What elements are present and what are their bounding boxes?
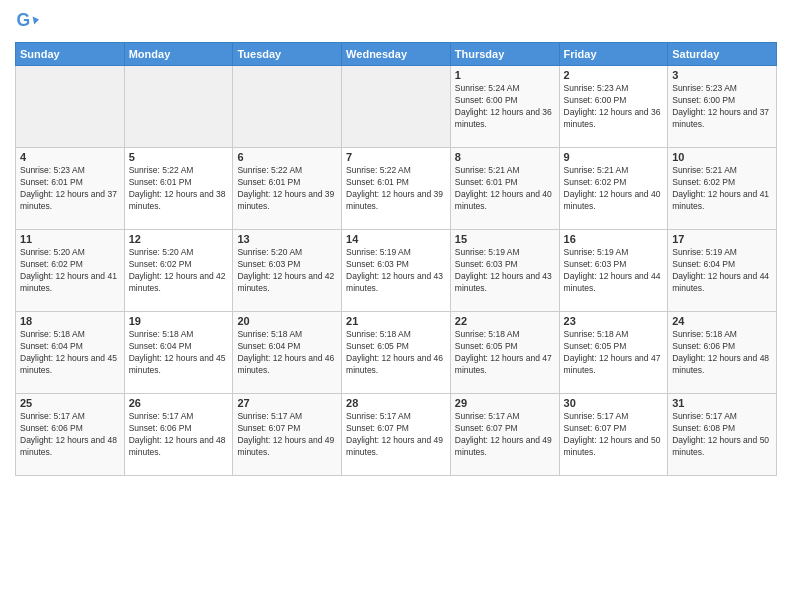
calendar-cell: 1Sunrise: 5:24 AMSunset: 6:00 PMDaylight… [450, 66, 559, 148]
day-info: Sunrise: 5:23 AMSunset: 6:01 PMDaylight:… [20, 165, 120, 213]
day-info: Sunrise: 5:21 AMSunset: 6:01 PMDaylight:… [455, 165, 555, 213]
day-number: 28 [346, 397, 446, 409]
day-number: 10 [672, 151, 772, 163]
day-number: 9 [564, 151, 664, 163]
day-info: Sunrise: 5:18 AMSunset: 6:05 PMDaylight:… [564, 329, 664, 377]
calendar-cell: 4Sunrise: 5:23 AMSunset: 6:01 PMDaylight… [16, 148, 125, 230]
day-number: 25 [20, 397, 120, 409]
calendar-cell: 30Sunrise: 5:17 AMSunset: 6:07 PMDayligh… [559, 394, 668, 476]
weekday-header: Saturday [668, 43, 777, 66]
day-number: 24 [672, 315, 772, 327]
day-number: 30 [564, 397, 664, 409]
calendar-cell: 8Sunrise: 5:21 AMSunset: 6:01 PMDaylight… [450, 148, 559, 230]
day-info: Sunrise: 5:19 AMSunset: 6:03 PMDaylight:… [346, 247, 446, 295]
day-number: 5 [129, 151, 229, 163]
calendar-header-row: SundayMondayTuesdayWednesdayThursdayFrid… [16, 43, 777, 66]
day-info: Sunrise: 5:23 AMSunset: 6:00 PMDaylight:… [672, 83, 772, 131]
calendar-cell [124, 66, 233, 148]
day-number: 7 [346, 151, 446, 163]
calendar-cell [16, 66, 125, 148]
calendar-cell: 22Sunrise: 5:18 AMSunset: 6:05 PMDayligh… [450, 312, 559, 394]
day-number: 11 [20, 233, 120, 245]
day-info: Sunrise: 5:17 AMSunset: 6:06 PMDaylight:… [20, 411, 120, 459]
day-number: 15 [455, 233, 555, 245]
logo: G [15, 10, 43, 34]
weekday-header: Thursday [450, 43, 559, 66]
calendar-table: SundayMondayTuesdayWednesdayThursdayFrid… [15, 42, 777, 476]
calendar-cell: 20Sunrise: 5:18 AMSunset: 6:04 PMDayligh… [233, 312, 342, 394]
day-number: 16 [564, 233, 664, 245]
calendar-cell: 31Sunrise: 5:17 AMSunset: 6:08 PMDayligh… [668, 394, 777, 476]
day-number: 4 [20, 151, 120, 163]
calendar-cell: 27Sunrise: 5:17 AMSunset: 6:07 PMDayligh… [233, 394, 342, 476]
calendar-cell: 2Sunrise: 5:23 AMSunset: 6:00 PMDaylight… [559, 66, 668, 148]
day-info: Sunrise: 5:22 AMSunset: 6:01 PMDaylight:… [346, 165, 446, 213]
calendar-week-row: 11Sunrise: 5:20 AMSunset: 6:02 PMDayligh… [16, 230, 777, 312]
day-info: Sunrise: 5:17 AMSunset: 6:08 PMDaylight:… [672, 411, 772, 459]
day-info: Sunrise: 5:18 AMSunset: 6:04 PMDaylight:… [20, 329, 120, 377]
calendar-cell: 17Sunrise: 5:19 AMSunset: 6:04 PMDayligh… [668, 230, 777, 312]
calendar-cell: 7Sunrise: 5:22 AMSunset: 6:01 PMDaylight… [342, 148, 451, 230]
calendar-week-row: 18Sunrise: 5:18 AMSunset: 6:04 PMDayligh… [16, 312, 777, 394]
day-info: Sunrise: 5:19 AMSunset: 6:04 PMDaylight:… [672, 247, 772, 295]
calendar-cell: 28Sunrise: 5:17 AMSunset: 6:07 PMDayligh… [342, 394, 451, 476]
calendar-cell [342, 66, 451, 148]
calendar-cell: 19Sunrise: 5:18 AMSunset: 6:04 PMDayligh… [124, 312, 233, 394]
day-number: 1 [455, 69, 555, 81]
calendar-cell: 25Sunrise: 5:17 AMSunset: 6:06 PMDayligh… [16, 394, 125, 476]
day-number: 21 [346, 315, 446, 327]
calendar-cell: 3Sunrise: 5:23 AMSunset: 6:00 PMDaylight… [668, 66, 777, 148]
calendar-week-row: 4Sunrise: 5:23 AMSunset: 6:01 PMDaylight… [16, 148, 777, 230]
calendar-cell: 18Sunrise: 5:18 AMSunset: 6:04 PMDayligh… [16, 312, 125, 394]
day-number: 23 [564, 315, 664, 327]
calendar-cell: 10Sunrise: 5:21 AMSunset: 6:02 PMDayligh… [668, 148, 777, 230]
day-info: Sunrise: 5:17 AMSunset: 6:07 PMDaylight:… [346, 411, 446, 459]
day-number: 2 [564, 69, 664, 81]
day-info: Sunrise: 5:19 AMSunset: 6:03 PMDaylight:… [564, 247, 664, 295]
calendar-cell: 14Sunrise: 5:19 AMSunset: 6:03 PMDayligh… [342, 230, 451, 312]
day-info: Sunrise: 5:17 AMSunset: 6:07 PMDaylight:… [455, 411, 555, 459]
day-info: Sunrise: 5:22 AMSunset: 6:01 PMDaylight:… [237, 165, 337, 213]
day-info: Sunrise: 5:20 AMSunset: 6:02 PMDaylight:… [20, 247, 120, 295]
day-number: 31 [672, 397, 772, 409]
calendar-cell: 9Sunrise: 5:21 AMSunset: 6:02 PMDaylight… [559, 148, 668, 230]
calendar-cell: 12Sunrise: 5:20 AMSunset: 6:02 PMDayligh… [124, 230, 233, 312]
day-number: 13 [237, 233, 337, 245]
day-info: Sunrise: 5:21 AMSunset: 6:02 PMDaylight:… [564, 165, 664, 213]
weekday-header: Tuesday [233, 43, 342, 66]
page-container: G SundayMondayTuesdayWednesdayThursdayFr… [0, 0, 792, 486]
svg-marker-1 [33, 16, 39, 24]
day-info: Sunrise: 5:21 AMSunset: 6:02 PMDaylight:… [672, 165, 772, 213]
weekday-header: Wednesday [342, 43, 451, 66]
calendar-cell: 26Sunrise: 5:17 AMSunset: 6:06 PMDayligh… [124, 394, 233, 476]
calendar-cell: 11Sunrise: 5:20 AMSunset: 6:02 PMDayligh… [16, 230, 125, 312]
day-number: 8 [455, 151, 555, 163]
calendar-cell [233, 66, 342, 148]
day-info: Sunrise: 5:18 AMSunset: 6:04 PMDaylight:… [129, 329, 229, 377]
day-number: 26 [129, 397, 229, 409]
day-info: Sunrise: 5:20 AMSunset: 6:03 PMDaylight:… [237, 247, 337, 295]
day-info: Sunrise: 5:20 AMSunset: 6:02 PMDaylight:… [129, 247, 229, 295]
day-number: 14 [346, 233, 446, 245]
calendar-week-row: 25Sunrise: 5:17 AMSunset: 6:06 PMDayligh… [16, 394, 777, 476]
day-info: Sunrise: 5:18 AMSunset: 6:05 PMDaylight:… [455, 329, 555, 377]
day-number: 19 [129, 315, 229, 327]
calendar-cell: 29Sunrise: 5:17 AMSunset: 6:07 PMDayligh… [450, 394, 559, 476]
page-header: G [15, 10, 777, 34]
calendar-cell: 21Sunrise: 5:18 AMSunset: 6:05 PMDayligh… [342, 312, 451, 394]
calendar-cell: 16Sunrise: 5:19 AMSunset: 6:03 PMDayligh… [559, 230, 668, 312]
day-number: 18 [20, 315, 120, 327]
calendar-cell: 13Sunrise: 5:20 AMSunset: 6:03 PMDayligh… [233, 230, 342, 312]
day-info: Sunrise: 5:18 AMSunset: 6:06 PMDaylight:… [672, 329, 772, 377]
calendar-cell: 5Sunrise: 5:22 AMSunset: 6:01 PMDaylight… [124, 148, 233, 230]
day-info: Sunrise: 5:18 AMSunset: 6:05 PMDaylight:… [346, 329, 446, 377]
day-info: Sunrise: 5:22 AMSunset: 6:01 PMDaylight:… [129, 165, 229, 213]
calendar-week-row: 1Sunrise: 5:24 AMSunset: 6:00 PMDaylight… [16, 66, 777, 148]
weekday-header: Sunday [16, 43, 125, 66]
day-info: Sunrise: 5:18 AMSunset: 6:04 PMDaylight:… [237, 329, 337, 377]
calendar-cell: 6Sunrise: 5:22 AMSunset: 6:01 PMDaylight… [233, 148, 342, 230]
svg-text:G: G [17, 10, 31, 30]
day-info: Sunrise: 5:17 AMSunset: 6:07 PMDaylight:… [237, 411, 337, 459]
calendar-cell: 23Sunrise: 5:18 AMSunset: 6:05 PMDayligh… [559, 312, 668, 394]
day-number: 27 [237, 397, 337, 409]
